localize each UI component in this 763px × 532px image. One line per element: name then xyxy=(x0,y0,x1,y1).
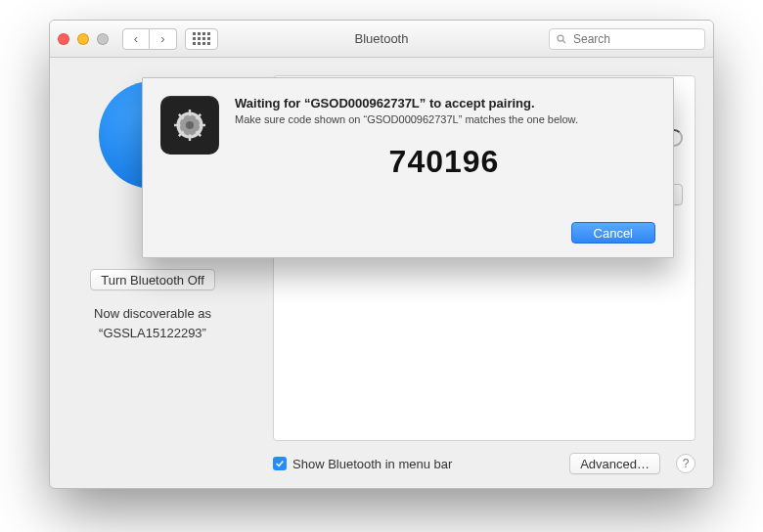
system-preferences-icon xyxy=(160,96,219,155)
pairing-title: Waiting for “GSOD000962737L” to accept p… xyxy=(235,96,653,111)
help-icon: ? xyxy=(683,457,690,470)
svg-point-12 xyxy=(186,121,194,129)
window-titlebar: ‹ › Bluetooth xyxy=(50,21,713,58)
svg-line-1 xyxy=(562,40,565,43)
show-in-menu-bar-label: Show Bluetooth in menu bar xyxy=(292,457,452,471)
pairing-sheet: Waiting for “GSOD000962737L” to accept p… xyxy=(142,77,674,258)
checkmark-icon xyxy=(275,459,285,468)
pairing-code: 740196 xyxy=(235,144,653,180)
footer-bar: Show Bluetooth in menu bar Advanced… ? xyxy=(273,453,696,474)
chevron-right-icon: › xyxy=(160,31,164,46)
close-window-button[interactable] xyxy=(58,33,69,45)
nav-buttons: ‹ › xyxy=(122,28,177,50)
discoverable-line1: Now discoverable as xyxy=(94,304,211,324)
search-icon xyxy=(556,33,567,45)
discoverable-line2: “GSSLA15122293” xyxy=(94,324,211,343)
pairing-subtitle: Make sure code shown on “GSOD000962737L”… xyxy=(235,112,653,126)
bluetooth-preferences-window: ‹ › Bluetooth Turn Bluetooth Off xyxy=(49,20,714,489)
forward-button[interactable]: › xyxy=(150,28,177,50)
search-input[interactable] xyxy=(571,31,698,47)
show-in-menu-bar-checkbox[interactable] xyxy=(273,457,287,470)
toggle-bluetooth-button[interactable]: Turn Bluetooth Off xyxy=(90,269,215,290)
chevron-left-icon: ‹ xyxy=(134,31,138,46)
help-button[interactable]: ? xyxy=(676,454,696,473)
advanced-button[interactable]: Advanced… xyxy=(569,453,660,474)
zoom-window-button[interactable] xyxy=(97,33,109,45)
show-all-button[interactable] xyxy=(185,28,218,50)
window-controls xyxy=(58,33,109,45)
discoverable-text: Now discoverable as “GSSLA15122293” xyxy=(94,304,211,343)
svg-point-0 xyxy=(558,35,563,41)
cancel-button[interactable]: Cancel xyxy=(571,222,655,244)
back-button[interactable]: ‹ xyxy=(122,28,150,50)
search-field[interactable] xyxy=(549,28,705,50)
minimize-window-button[interactable] xyxy=(77,33,89,45)
grid-icon xyxy=(193,32,210,45)
